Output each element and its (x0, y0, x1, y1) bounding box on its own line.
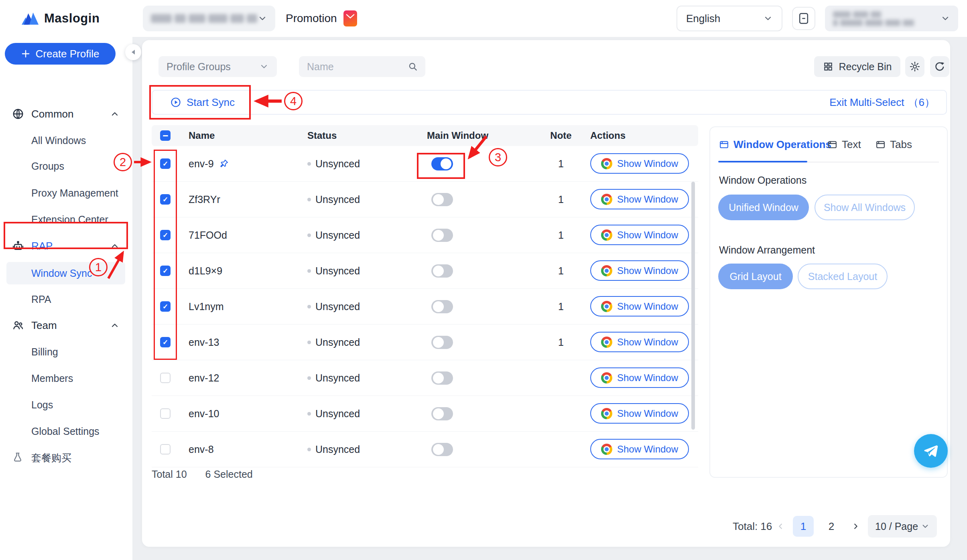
telegram-button[interactable] (914, 434, 948, 468)
unified-window-button[interactable]: Unified Window (718, 195, 809, 220)
show-all-windows-button[interactable]: Show All Windows (815, 195, 915, 220)
note-value: 1 (549, 253, 573, 288)
row-checkbox[interactable] (160, 373, 171, 383)
pagination-page-1[interactable]: 1 (793, 516, 814, 537)
window-arrangement-title: Window Arrangement (719, 244, 815, 256)
main-window-toggle[interactable] (431, 264, 453, 278)
refresh-button[interactable] (930, 56, 949, 77)
show-window-button[interactable]: Show Window (590, 189, 689, 209)
show-window-button[interactable]: Show Window (590, 403, 689, 424)
pagination-total: Total: 16 (733, 516, 772, 537)
selected-count: （6） (908, 95, 935, 110)
profile-name: env-10 (189, 408, 219, 420)
row-checkbox[interactable] (160, 194, 171, 205)
page-size-select[interactable]: 10 / Page (868, 515, 937, 538)
language-selector[interactable]: English (676, 6, 782, 31)
red-packet-icon (343, 10, 357, 26)
sidebar-item-logs[interactable]: Logs (0, 394, 132, 415)
profile-groups-select[interactable]: Profile Groups (158, 56, 277, 77)
pin-icon[interactable] (219, 158, 229, 169)
chevron-down-icon (258, 14, 267, 23)
status-text: Unsynced (315, 158, 360, 170)
tab-tabs[interactable]: Tabs (876, 138, 912, 151)
main-window-toggle[interactable] (431, 300, 453, 313)
sync-toolbar: Start Sync Exit Multi-Select （6） (152, 90, 947, 115)
show-window-button[interactable]: Show Window (590, 225, 689, 245)
row-checkbox[interactable] (160, 301, 171, 312)
status-text: Unsynced (315, 444, 360, 455)
docs-button[interactable] (792, 7, 815, 30)
account-menu[interactable] (825, 6, 958, 31)
sidebar-section-common[interactable]: Common (0, 103, 132, 124)
profile-name: env-13 (189, 337, 219, 348)
sidebar-item-groups[interactable]: Groups (0, 156, 132, 177)
sidebar-collapse-handle[interactable] (125, 44, 141, 60)
main-window-toggle[interactable] (431, 443, 453, 456)
show-window-button[interactable]: Show Window (590, 439, 689, 459)
tab-window-operations[interactable]: Window Operations (719, 138, 831, 151)
pagination-page-2[interactable]: 2 (821, 516, 842, 537)
triangle-left-icon (131, 49, 136, 55)
pagination-prev-button[interactable] (770, 516, 791, 537)
maslogin-logo-icon (22, 11, 39, 26)
pagination-next-button[interactable] (845, 516, 866, 537)
table-row: env-12 Unsynced Show Window (152, 360, 698, 396)
sidebar-item-all-windows[interactable]: All Windows (0, 130, 132, 151)
row-checkbox[interactable] (160, 266, 171, 276)
chevron-up-icon (110, 321, 120, 330)
start-sync-button[interactable]: Start Sync (170, 91, 235, 114)
total-count: Total 10 (152, 469, 187, 480)
sidebar-item-proxy-management[interactable]: Proxy Management (0, 183, 132, 203)
sidebar-section-rap[interactable]: RAP (0, 235, 132, 256)
exit-multi-select-link[interactable]: Exit Multi-Select （6） (829, 91, 935, 114)
row-checkbox[interactable] (160, 230, 171, 240)
main-window-toggle[interactable] (431, 407, 453, 420)
show-window-button[interactable]: Show Window (590, 332, 689, 352)
section-label: Common (31, 108, 73, 120)
sidebar-item-members[interactable]: Members (0, 368, 132, 389)
main-window-toggle[interactable] (431, 193, 453, 206)
table-row: env-8 Unsynced Show Window (152, 432, 698, 467)
row-checkbox[interactable] (160, 337, 171, 347)
sidebar-section-team[interactable]: Team (0, 315, 132, 336)
sidebar-item-extension-center[interactable]: Extension Center (0, 209, 132, 230)
sidebar-item-package-purchase[interactable]: 套餐购买 (0, 447, 132, 468)
item-label: Window Sync (31, 268, 92, 279)
note-value: 1 (549, 289, 573, 324)
select-all-checkbox[interactable] (160, 130, 171, 141)
settings-button[interactable] (905, 56, 924, 77)
show-window-label: Show Window (617, 194, 678, 205)
section-label: Team (31, 319, 57, 332)
promotion-link[interactable]: Promotion (286, 0, 357, 37)
window-icon (876, 140, 886, 150)
sidebar-item-billing[interactable]: Billing (0, 341, 132, 362)
name-search-input[interactable] (306, 61, 408, 73)
main-window-toggle[interactable] (431, 336, 453, 349)
main-window-toggle[interactable] (431, 157, 453, 170)
show-window-label: Show Window (617, 444, 678, 455)
sidebar-item-rpa[interactable]: RPA (0, 289, 132, 310)
row-checkbox[interactable] (160, 408, 171, 419)
grid-layout-button[interactable]: Grid Layout (718, 264, 793, 289)
show-window-button[interactable]: Show Window (590, 153, 689, 174)
create-profile-button[interactable]: Create Profile (5, 43, 116, 65)
show-window-button[interactable]: Show Window (590, 367, 689, 388)
gear-icon (909, 61, 920, 72)
tab-text[interactable]: Text (827, 138, 861, 151)
stacked-layout-button[interactable]: Stacked Layout (798, 264, 888, 289)
sidebar-item-window-sync[interactable]: Window Sync (6, 262, 125, 284)
workspace-selector[interactable] (143, 6, 275, 31)
sidebar-item-global-settings[interactable]: Global Settings (0, 421, 132, 442)
search-icon[interactable] (408, 61, 418, 72)
status-text: Unsynced (315, 408, 360, 420)
table-scrollbar[interactable] (691, 182, 695, 430)
profile-groups-label: Profile Groups (167, 61, 231, 73)
show-window-button[interactable]: Show Window (590, 296, 689, 317)
main-window-toggle[interactable] (431, 229, 453, 242)
row-checkbox[interactable] (160, 158, 171, 169)
recycle-bin-button[interactable]: Recycle Bin (814, 56, 900, 77)
show-window-button[interactable]: Show Window (590, 260, 689, 281)
main-window-toggle[interactable] (431, 371, 453, 385)
column-header-actions: Actions (590, 125, 626, 146)
row-checkbox[interactable] (160, 444, 171, 454)
